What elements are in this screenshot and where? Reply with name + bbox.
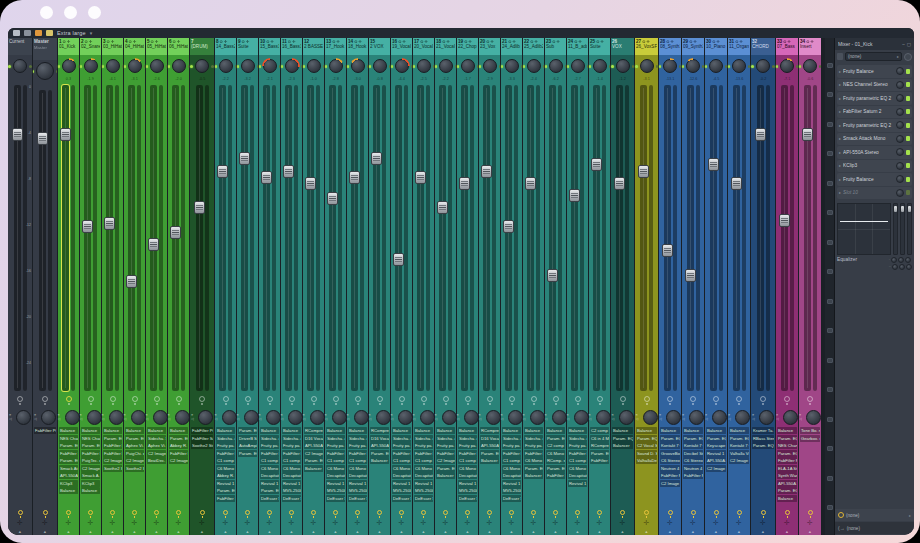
record-arm-icon[interactable]: ⊙: [806, 40, 809, 44]
channel-lamp-icon[interactable]: [691, 510, 696, 515]
sidechain-plus-icon[interactable]: ✛: [736, 519, 742, 526]
effect-name[interactable]: Param. EQ 2: [706, 435, 726, 442]
sidechain-plus-icon[interactable]: ✛: [443, 519, 449, 526]
pan-knob[interactable]: [756, 59, 770, 73]
link-plus-icon[interactable]: ✛: [787, 40, 790, 44]
strip-header[interactable]: 2⊙✛02_Snare: [80, 38, 101, 55]
dock-handle[interactable]: [827, 210, 833, 215]
sidechain-plus-icon[interactable]: ✛: [176, 519, 182, 526]
effect-name[interactable]: Revival 1: [502, 480, 521, 487]
fader-handle[interactable]: [126, 275, 137, 288]
solo-pip[interactable]: [201, 403, 203, 405]
pan-knob[interactable]: [483, 59, 497, 73]
link-plus-icon[interactable]: ✛: [446, 40, 449, 44]
effect-name[interactable]: Keyscape Out: [706, 442, 726, 449]
enable-led[interactable]: [705, 65, 707, 68]
slot-mix-knob[interactable]: [896, 162, 904, 170]
sidechain-plus-icon[interactable]: ✛: [17, 519, 23, 526]
fader-track[interactable]: [549, 85, 556, 391]
effect-name[interactable]: Param. EQ 2: [777, 487, 797, 494]
link-plus-icon[interactable]: ✛: [490, 40, 493, 44]
dock-arrow-icon[interactable]: ▴: [133, 529, 135, 534]
effect-name[interactable]: DriverB Stereo: [238, 435, 257, 442]
effect-name[interactable]: Kontakt 7 Out: [729, 442, 749, 449]
effect-name[interactable]: Balance: [777, 427, 797, 434]
effect-name[interactable]: Param. EQ 2: [125, 435, 144, 442]
fader-track[interactable]: [307, 85, 314, 391]
preset-selector[interactable]: (none) ▸: [845, 52, 902, 61]
strip-header[interactable]: 10⊙✛15_Bass1: [259, 38, 280, 55]
effect-name[interactable]: Revival 1: [326, 480, 345, 487]
eq-mini-knob[interactable]: [892, 264, 898, 270]
effect-name[interactable]: C6 Stereo: [660, 457, 680, 464]
mixer-strip[interactable]: 33⊙✛07_Bass-7.1≡◁BalanceParam. EQ 2NES C…: [776, 38, 799, 535]
dock-handle[interactable]: [827, 299, 833, 304]
link-plus-icon[interactable]: ✛: [556, 40, 559, 44]
slot-enable-led[interactable]: [906, 123, 910, 128]
fader-handle[interactable]: [148, 238, 159, 251]
effect-name[interactable]: RBass Stereo: [752, 435, 774, 442]
dock-handle[interactable]: [827, 269, 833, 274]
effect-name[interactable]: Param. EQ 2: [216, 487, 235, 494]
effect-name[interactable]: MV5-2500 Mono: [282, 487, 301, 494]
effect-name[interactable]: API-550A Stereo: [706, 457, 726, 464]
strip-header[interactable]: 4⊙✛04_HiHat2: [124, 38, 145, 55]
pan-knob[interactable]: [549, 59, 563, 73]
effect-name[interactable]: C2 Image Stereo: [103, 457, 122, 464]
mute-switch[interactable]: [509, 396, 515, 402]
link-plus-icon[interactable]: ✛: [739, 40, 742, 44]
record-arm-icon[interactable]: ⊙: [712, 40, 715, 44]
aux-led[interactable]: [543, 65, 545, 68]
effect-name[interactable]: FabFilter Pro-L 2: [34, 427, 56, 434]
effect-name[interactable]: RCompres. Stereo: [304, 427, 323, 434]
effect-slot[interactable]: ▸Fruity parametric EQ 2: [837, 92, 912, 105]
enable-led[interactable]: [751, 65, 754, 68]
dock-handle[interactable]: [827, 63, 833, 68]
aux-led[interactable]: [367, 65, 369, 68]
effect-name[interactable]: Abbey R. Stereo: [169, 442, 188, 449]
channel-lamp-icon[interactable]: [333, 510, 338, 515]
aux-led[interactable]: [29, 65, 32, 68]
dock-arrow-icon[interactable]: ▴: [201, 529, 203, 534]
slot-mix-knob[interactable]: [896, 94, 904, 102]
mixer-strip[interactable]: 8⊙✛14_Bass2-2.2≡◁BalanceSidecha. at Mono…: [215, 38, 237, 535]
link-plus-icon[interactable]: ✛: [578, 40, 581, 44]
fader-track[interactable]: [483, 85, 490, 391]
fx-mix-knob[interactable]: [420, 410, 435, 425]
dock-arrow-icon[interactable]: ▴: [692, 529, 694, 534]
effect-name[interactable]: C1 comp Mono: [216, 457, 235, 464]
channel-lamp-icon[interactable]: [43, 510, 48, 515]
dock-arrow-icon[interactable]: ▴: [312, 529, 314, 534]
pan-knob[interactable]: [373, 59, 387, 73]
solo-pip[interactable]: [357, 403, 359, 405]
mixer-strip[interactable]: 152 VOX-0.8≡◁RCompres. StereoD16 Vocal S…: [369, 38, 391, 535]
speaker-icon[interactable]: ◁: [752, 418, 757, 421]
strip-header[interactable]: 26VOX: [611, 38, 634, 55]
sidechain-plus-icon[interactable]: ✛: [223, 519, 229, 526]
strip-header[interactable]: 30⊙✛10_Piano: [705, 38, 727, 55]
effect-name[interactable]: Fruity pa. ric EQ 2: [502, 442, 521, 449]
pan-knob[interactable]: [663, 59, 677, 73]
effect-name[interactable]: Balance: [103, 427, 122, 434]
sidechain-plus-icon[interactable]: ✛: [509, 519, 515, 526]
speaker-icon[interactable]: ◁: [259, 418, 264, 421]
aux-led[interactable]: [819, 65, 821, 68]
record-arm-icon[interactable]: ⊙: [464, 40, 467, 44]
effect-name[interactable]: Sound D. Stereo: [636, 450, 657, 457]
speaker-icon[interactable]: ◁: [168, 418, 173, 421]
mixer-strip[interactable]: 10⊙✛15_Bass1-2.1≡◁BalanceSidecha. at Mon…: [259, 38, 281, 535]
channel-lamp-icon[interactable]: [597, 510, 602, 515]
effect-name[interactable]: MV5-2500 Mono: [414, 487, 433, 494]
channel-lamp-icon[interactable]: [509, 510, 514, 515]
solo-pip[interactable]: [715, 403, 717, 405]
pan-knob[interactable]: [417, 59, 431, 73]
channel-lamp-icon[interactable]: [575, 510, 580, 515]
mixer-strip[interactable]: 6⊙✛06_HiHat4-2.0≡◁BalanceParam. EQ 2Abbe…: [168, 38, 190, 535]
effect-name[interactable]: Gearbox. r Stereo: [800, 435, 820, 442]
mixer-dock-gutter[interactable]: [825, 38, 834, 535]
fader-track[interactable]: [219, 85, 226, 391]
effect-name[interactable]: Param. EQ 2: [752, 442, 774, 449]
mixer-strip[interactable]: Current0-4-8-12-16-20-24≡◁✛▴: [8, 38, 33, 535]
dock-handle[interactable]: [827, 476, 833, 481]
effect-name[interactable]: NES Chan. Stereo: [59, 435, 78, 442]
